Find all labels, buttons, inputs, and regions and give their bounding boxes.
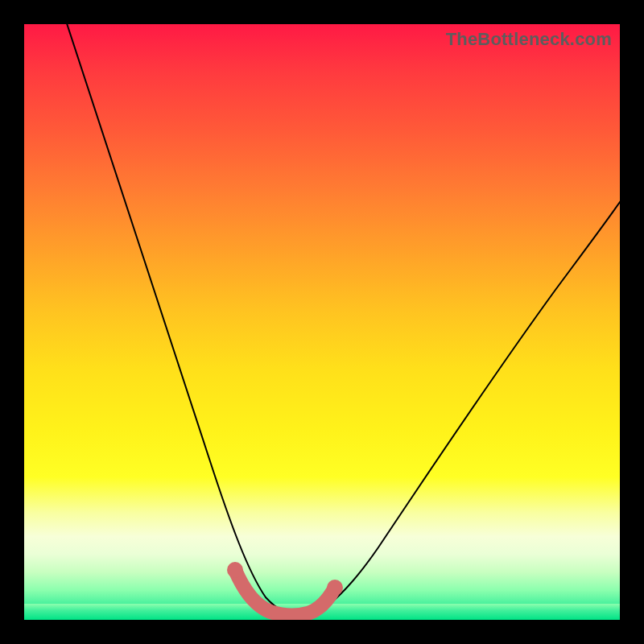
optimal-range-highlight xyxy=(235,570,335,616)
chart-svg xyxy=(24,24,620,620)
plot-area: TheBottleneck.com xyxy=(24,24,620,620)
bottleneck-curve xyxy=(64,24,620,615)
optimal-range-dot-right xyxy=(327,580,343,596)
watermark-text: TheBottleneck.com xyxy=(446,29,612,50)
optimal-range-dot-left xyxy=(227,562,243,578)
chart-frame: TheBottleneck.com xyxy=(0,0,644,644)
